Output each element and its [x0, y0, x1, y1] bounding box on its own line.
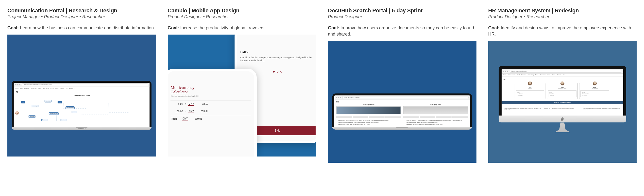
project-goal: Goal: Increase the productivity of globa… — [168, 25, 316, 31]
project-card-hr-system[interactable]: HR Management System | Redesign Product … — [488, 8, 637, 163]
project-title: Communication Portal | Research & Design — [8, 8, 156, 14]
flowchart-title: Standard User Flow — [14, 93, 149, 97]
portfolio-grid: Communication Portal | Research & Design… — [8, 8, 636, 163]
persona-avatar-icon — [15, 111, 19, 115]
before-label: Homepage Before — [336, 104, 401, 106]
project-thumbnail[interactable]: https://www.ruthcardona.com GmailEnterta… — [488, 41, 637, 163]
project-role: Product Designer • Researcher — [168, 14, 316, 20]
browser-chrome: https://www.ruthcardona.com/communicatio… — [14, 83, 149, 87]
project-thumbnail[interactable]: Hello! Cambio is the first multipurpose … — [168, 35, 316, 156]
project-role: Product Designer — [328, 14, 476, 20]
calc-row: 100.00=CNY876.44 — [170, 108, 251, 115]
imac-mock: https://www.ruthcardona.com GmailEnterta… — [499, 66, 626, 132]
project-title: DocuHub Search Portal | 5-day Sprint — [328, 8, 476, 14]
goal-text: Learn how the business can communicate a… — [20, 25, 155, 30]
goal-text: Increase the productivity of global trav… — [180, 25, 266, 30]
persona-card: Sam Employee Needs• quick access• clear … — [515, 83, 546, 99]
goal-label: Goal: — [8, 25, 19, 30]
onboarding-body: Cambio is the first multipurpose currenc… — [240, 56, 314, 62]
calc-total: Total CNY910.01 — [170, 115, 251, 123]
flowchart: Start Portal Login Dashboard News Announ… — [14, 97, 149, 127]
avatar — [592, 81, 597, 86]
after-notes: Jasmine can clearly find the search bar … — [402, 119, 470, 127]
browser-url: https://www.ruthcardona.com/communicatio… — [22, 83, 148, 86]
goal-text: Identify and design ways to improve the … — [488, 25, 631, 37]
bookmarks-bar: GmailFoodFinancesNetworkingNewsResources… — [14, 87, 149, 90]
persona-cards: Sam Employee Needs• quick access• clear … — [503, 83, 622, 99]
goal-label: Goal: — [488, 25, 500, 30]
project-title: Cambio | Mobile App Design — [168, 8, 316, 14]
macbook-base: MacBook Air — [332, 127, 472, 130]
project-goal: Goal: Improve how users organize documen… — [328, 25, 476, 37]
project-thumbnail[interactable]: Ruth Cardona | UX Portfolio RC Homepage … — [328, 41, 476, 163]
persona-card: Josh Line Manager Needs• team overview• … — [579, 83, 610, 99]
calculator-title: MulticurrencyCalculator — [170, 74, 251, 94]
browser-chrome: Ruth Cardona | UX Portfolio — [334, 95, 470, 100]
macbook-base: MacBook Air — [12, 127, 151, 130]
persona-quotes: HRMS can see output to the people that w… — [503, 104, 622, 110]
persona-card: Tam Department Admin Needs• reporting• a… — [547, 83, 578, 99]
browser-chrome: https://www.ruthcardona.com — [502, 69, 623, 73]
avatar — [528, 81, 532, 86]
project-title: HR Management System | Redesign — [488, 8, 637, 14]
project-goal: Goal: Learn how the business can communi… — [8, 25, 156, 31]
after-label: Homepage After — [403, 104, 468, 106]
before-after-compare: Homepage Before Homepage After — [334, 103, 470, 119]
before-notes: Jasmine cannot immediately find the sear… — [334, 119, 402, 127]
goal-label: Goal: — [168, 25, 179, 30]
browser-url: Ruth Cardona | UX Portfolio — [342, 96, 468, 99]
avatar — [560, 81, 565, 86]
project-card-communication-portal[interactable]: Communication Portal | Research & Design… — [8, 8, 156, 163]
project-card-docuhub[interactable]: DocuHub Search Portal | 5-day Sprint Pro… — [328, 8, 476, 163]
imac-stand — [554, 123, 570, 132]
goal-text: Improve how users organize documents so … — [328, 25, 474, 37]
calculator-subtitle: Rates last updated on Sunday, May 3, 201… — [170, 95, 251, 97]
phone-mock-calculator: MulticurrencyCalculator Rates last updat… — [168, 69, 257, 156]
onboarding-heading: Hello! — [240, 51, 314, 54]
macbook-mock: https://www.ruthcardona.com/communicatio… — [12, 81, 151, 130]
section-ribbon: Along the Information Network — [502, 101, 623, 104]
imac-chin — [499, 116, 626, 123]
project-role: Project Manager • Product Designer • Res… — [8, 14, 156, 20]
project-thumbnail[interactable]: https://www.ruthcardona.com/communicatio… — [8, 35, 156, 156]
calc-row: 5.00=CNY33.57 — [170, 100, 251, 108]
project-goal: Goal: Identify and design ways to improv… — [488, 25, 637, 37]
apple-logo-icon — [561, 117, 564, 121]
project-role: Product Designer • Researcher — [488, 14, 637, 20]
project-card-cambio[interactable]: Cambio | Mobile App Design Product Desig… — [168, 8, 316, 163]
macbook-mock: Ruth Cardona | UX Portfolio RC Homepage … — [332, 93, 472, 130]
goal-label: Goal: — [328, 25, 339, 30]
